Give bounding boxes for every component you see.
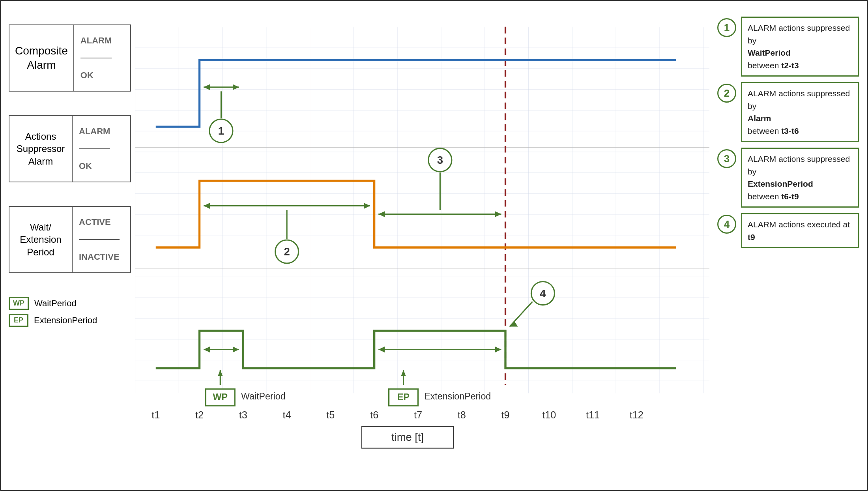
- chart-column: 1 2: [131, 13, 709, 482]
- annotation-3-range: t6-t9: [781, 192, 799, 201]
- annotation-2-number: 2: [717, 84, 736, 103]
- svg-text:ExtensionPeriod: ExtensionPeriod: [424, 391, 491, 401]
- svg-text:t8: t8: [458, 409, 466, 420]
- composite-alarm-label: CompositeAlarm ALARM OK: [9, 24, 131, 92]
- composite-alarm-states: ALARM OK: [74, 25, 118, 91]
- svg-text:4: 4: [540, 287, 546, 300]
- legend-area: WP WaitPeriod EP ExtensionPeriod: [9, 297, 131, 327]
- annotation-2-range: t3-t6: [781, 126, 799, 135]
- svg-text:EP: EP: [397, 392, 410, 402]
- legend-ep: EP ExtensionPeriod: [9, 314, 131, 327]
- annotation-4-box: ALARM actions executed at t9: [741, 213, 859, 248]
- annotation-2-box: ALARM actions suppressed by Alarm betwee…: [741, 82, 859, 142]
- svg-text:3: 3: [437, 154, 443, 166]
- svg-text:2: 2: [284, 246, 290, 258]
- actions-suppressor-states: ALARM OK: [73, 116, 116, 182]
- main-container: CompositeAlarm ALARM OK ActionsSuppresso…: [0, 0, 868, 491]
- svg-text:t1: t1: [152, 409, 160, 420]
- svg-text:t5: t5: [326, 409, 335, 420]
- wait-extension-active: ACTIVE: [79, 215, 120, 230]
- composite-alarm-state-ok: OK: [80, 68, 112, 83]
- legend-wp-label: WaitPeriod: [34, 298, 77, 309]
- annotations-column: 1 ALARM actions suppressed by WaitPeriod…: [709, 13, 859, 482]
- svg-text:t7: t7: [414, 409, 422, 420]
- chart-svg: 1 2: [135, 13, 709, 482]
- annotation-1-range: t2-t3: [781, 61, 799, 70]
- legend-wp-badge: WP: [9, 297, 29, 310]
- svg-text:t9: t9: [501, 409, 509, 420]
- annotation-4-range: t9: [748, 232, 755, 242]
- composite-alarm-title: CompositeAlarm: [9, 25, 74, 91]
- legend-wp: WP WaitPeriod: [9, 297, 131, 310]
- svg-text:t4: t4: [283, 409, 291, 420]
- composite-alarm-state-alarm: ALARM: [80, 33, 112, 48]
- annotation-3: 3 ALARM actions suppressed by ExtensionP…: [717, 148, 859, 208]
- annotation-4-number: 4: [717, 215, 736, 234]
- labels-column: CompositeAlarm ALARM OK ActionsSuppresso…: [9, 13, 131, 482]
- svg-text:time [t]: time [t]: [391, 431, 424, 443]
- svg-text:t10: t10: [542, 409, 556, 420]
- annotation-1-number: 1: [717, 18, 736, 37]
- annotation-2-bold: Alarm: [748, 114, 771, 123]
- wait-extension-inactive: INACTIVE: [79, 249, 120, 264]
- wait-extension-label: Wait/ExtensionPeriod ACTIVE INACTIVE: [9, 206, 131, 273]
- actions-suppressor-ok: OK: [79, 159, 110, 174]
- legend-ep-badge: EP: [9, 314, 28, 327]
- svg-text:1: 1: [218, 125, 224, 137]
- svg-text:WaitPeriod: WaitPeriod: [241, 391, 286, 401]
- actions-suppressor-label: ActionsSuppressorAlarm ALARM OK: [9, 115, 131, 182]
- annotation-3-box: ALARM actions suppressed by ExtensionPer…: [741, 148, 859, 208]
- svg-text:t2: t2: [195, 409, 204, 420]
- svg-rect-0: [135, 27, 709, 393]
- svg-text:t3: t3: [239, 409, 247, 420]
- annotation-3-bold: ExtensionPeriod: [748, 179, 813, 188]
- svg-text:t11: t11: [586, 409, 600, 420]
- annotation-2: 2 ALARM actions suppressed by Alarm betw…: [717, 82, 859, 142]
- annotation-1-box: ALARM actions suppressed by WaitPeriod b…: [741, 17, 859, 77]
- svg-text:t12: t12: [630, 409, 644, 420]
- svg-text:WP: WP: [213, 392, 228, 402]
- annotation-3-number: 3: [717, 149, 736, 168]
- actions-suppressor-alarm: ALARM: [79, 124, 110, 139]
- annotation-1: 1 ALARM actions suppressed by WaitPeriod…: [717, 17, 859, 77]
- actions-suppressor-title: ActionsSuppressorAlarm: [9, 116, 73, 182]
- wait-extension-title: Wait/ExtensionPeriod: [9, 207, 73, 272]
- svg-text:t6: t6: [370, 409, 378, 420]
- annotation-4: 4 ALARM actions executed at t9: [717, 213, 859, 248]
- legend-ep-label: ExtensionPeriod: [34, 315, 97, 326]
- annotation-1-bold: WaitPeriod: [748, 48, 791, 57]
- chart-svg-container: 1 2: [135, 13, 709, 482]
- wait-extension-states: ACTIVE INACTIVE: [73, 207, 126, 272]
